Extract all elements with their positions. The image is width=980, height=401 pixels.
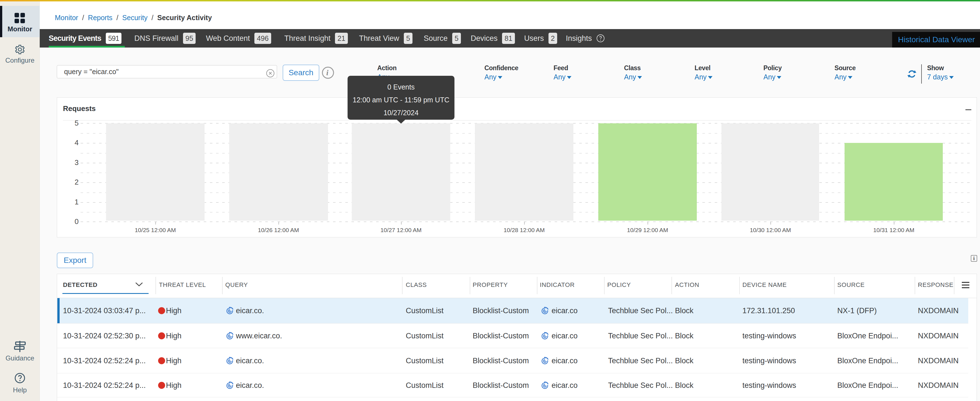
- svg-text:i: i: [326, 68, 329, 77]
